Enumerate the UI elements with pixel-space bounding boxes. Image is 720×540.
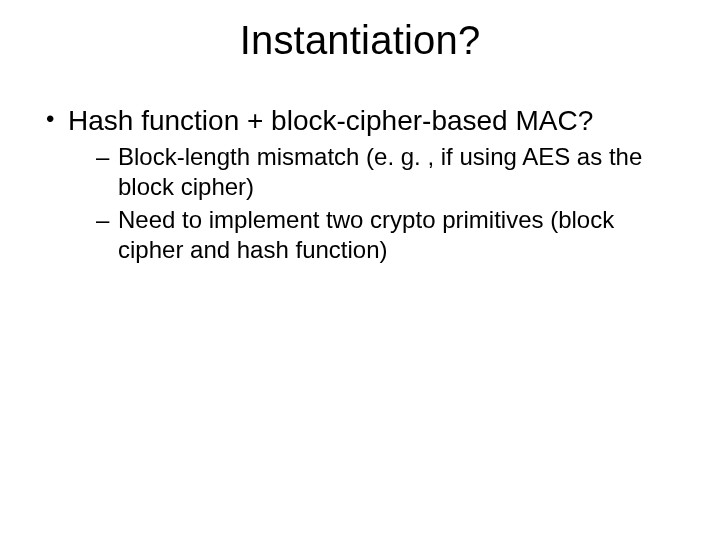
sub-bullet-list: Block-length mismatch (e. g. , if using … [68, 142, 680, 265]
list-item: Block-length mismatch (e. g. , if using … [96, 142, 680, 202]
slide: Instantiation? Hash function + block-cip… [0, 0, 720, 540]
slide-title: Instantiation? [40, 18, 680, 63]
bullet-text: Hash function + block-cipher-based MAC? [68, 105, 593, 136]
bullet-list: Hash function + block-cipher-based MAC? … [40, 103, 680, 265]
bullet-text: Need to implement two crypto primitives … [118, 206, 614, 263]
bullet-text: Block-length mismatch (e. g. , if using … [118, 143, 642, 200]
list-item: Need to implement two crypto primitives … [96, 205, 680, 265]
list-item: Hash function + block-cipher-based MAC? … [40, 103, 680, 265]
